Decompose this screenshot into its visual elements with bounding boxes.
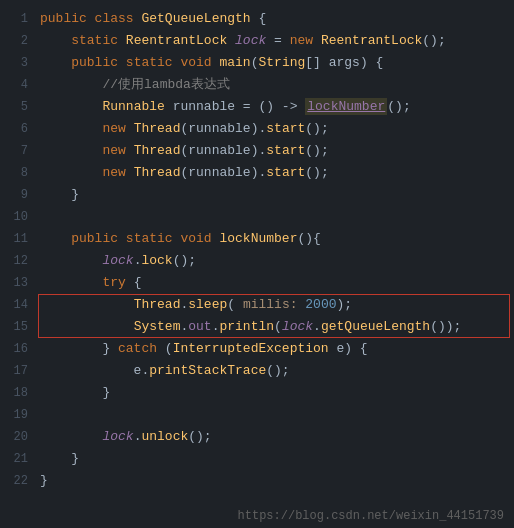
line-num-16: 16 [0, 342, 38, 356]
line-content-20: lock.unlock(); [38, 426, 514, 448]
line-num-8: 8 [0, 166, 38, 180]
line-16: 16 } catch (InterruptedException e) { [0, 338, 514, 360]
line-content-6: new Thread(runnable).start(); [38, 118, 514, 140]
line-9: 9 } [0, 184, 514, 206]
line-content-13: try { [38, 272, 514, 294]
line-content-8: new Thread(runnable).start(); [38, 162, 514, 184]
line-13: 13 try { [0, 272, 514, 294]
line-num-13: 13 [0, 276, 38, 290]
line-content-18: } [38, 382, 514, 404]
line-21: 21 } [0, 448, 514, 470]
line-num-7: 7 [0, 144, 38, 158]
line-3: 3 public static void main(String[] args)… [0, 52, 514, 74]
line-content-22: } [38, 470, 514, 492]
code-editor: 1 public class GetQueueLength { 2 static… [0, 0, 514, 504]
line-12: 12 lock.lock(); [0, 250, 514, 272]
line-15: 15 System.out.println(lock.getQueueLengt… [0, 316, 514, 338]
line-14: 14 Thread.sleep( millis: 2000); [0, 294, 514, 316]
line-num-14: 14 [0, 298, 38, 312]
line-6: 6 new Thread(runnable).start(); [0, 118, 514, 140]
line-17: 17 e.printStackTrace(); [0, 360, 514, 382]
line-num-1: 1 [0, 12, 38, 26]
line-content-1: public class GetQueueLength { [38, 8, 514, 30]
line-num-3: 3 [0, 56, 38, 70]
footer: https://blog.csdn.net/weixin_44151739 [0, 504, 514, 528]
line-content-2: static ReentrantLock lock = new Reentran… [38, 30, 514, 52]
line-content-7: new Thread(runnable).start(); [38, 140, 514, 162]
line-content-17: e.printStackTrace(); [38, 360, 514, 382]
line-num-19: 19 [0, 408, 38, 422]
line-1: 1 public class GetQueueLength { [0, 8, 514, 30]
line-num-17: 17 [0, 364, 38, 378]
line-content-5: Runnable runnable = () -> lockNumber(); [38, 96, 514, 118]
line-num-9: 9 [0, 188, 38, 202]
line-18: 18 } [0, 382, 514, 404]
line-num-5: 5 [0, 100, 38, 114]
line-num-12: 12 [0, 254, 38, 268]
line-num-11: 11 [0, 232, 38, 246]
line-content-11: public static void lockNumber(){ [38, 228, 514, 250]
line-content-16: } catch (InterruptedException e) { [38, 338, 514, 360]
line-4: 4 //使用lambda表达式 [0, 74, 514, 96]
line-19: 19 [0, 404, 514, 426]
footer-url: https://blog.csdn.net/weixin_44151739 [238, 509, 504, 523]
line-8: 8 new Thread(runnable).start(); [0, 162, 514, 184]
line-2: 2 static ReentrantLock lock = new Reentr… [0, 30, 514, 52]
line-content-21: } [38, 448, 514, 470]
line-content-9: } [38, 184, 514, 206]
line-content-14: Thread.sleep( millis: 2000); [38, 294, 514, 316]
line-10: 10 [0, 206, 514, 228]
line-num-22: 22 [0, 474, 38, 488]
line-num-20: 20 [0, 430, 38, 444]
line-num-10: 10 [0, 210, 38, 224]
line-num-18: 18 [0, 386, 38, 400]
line-num-21: 21 [0, 452, 38, 466]
line-content-4: //使用lambda表达式 [38, 74, 514, 96]
line-content-15: System.out.println(lock.getQueueLength()… [38, 316, 514, 338]
line-22: 22 } [0, 470, 514, 492]
line-content-3: public static void main(String[] args) { [38, 52, 514, 74]
line-content-12: lock.lock(); [38, 250, 514, 272]
line-num-6: 6 [0, 122, 38, 136]
highlight-block: 14 Thread.sleep( millis: 2000); 15 Syste… [0, 294, 514, 338]
line-num-2: 2 [0, 34, 38, 48]
line-20: 20 lock.unlock(); [0, 426, 514, 448]
line-5: 5 Runnable runnable = () -> lockNumber()… [0, 96, 514, 118]
line-7: 7 new Thread(runnable).start(); [0, 140, 514, 162]
line-num-15: 15 [0, 320, 38, 334]
line-11: 11 public static void lockNumber(){ [0, 228, 514, 250]
line-num-4: 4 [0, 78, 38, 92]
